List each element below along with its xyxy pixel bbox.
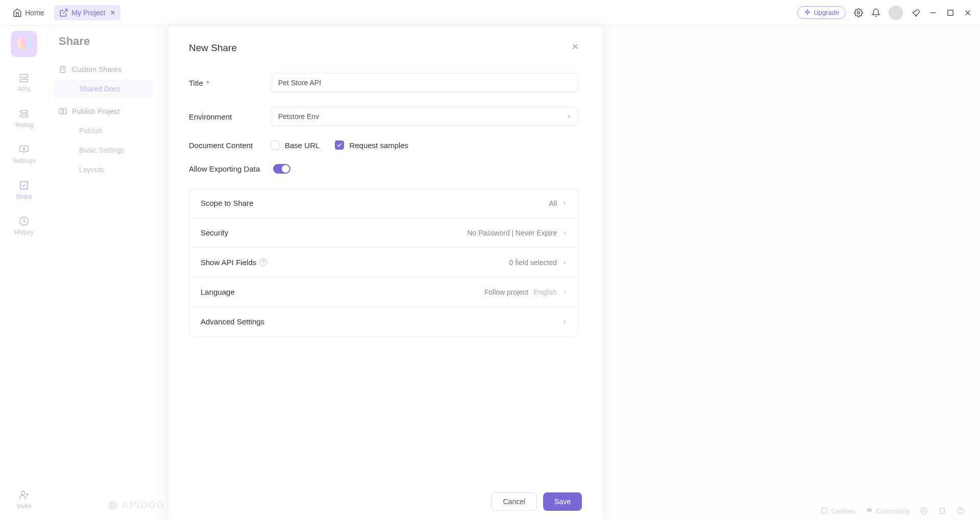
bell-icon[interactable] xyxy=(871,8,880,17)
home-icon xyxy=(13,8,22,17)
chevron-right-icon xyxy=(562,319,567,324)
tab-home-label: Home xyxy=(25,9,44,17)
external-link-icon xyxy=(59,8,68,17)
save-button[interactable]: Save xyxy=(543,492,582,511)
help-icon: ? xyxy=(259,258,267,266)
chevron-right-icon xyxy=(562,290,567,295)
title-input[interactable] xyxy=(271,73,579,92)
allow-export-label: Allow Exporting Data xyxy=(189,164,260,173)
pin-icon[interactable] xyxy=(911,8,920,17)
setting-scope[interactable]: Scope to Share All xyxy=(189,188,578,218)
window-maximize-icon[interactable] xyxy=(946,8,955,17)
environment-label: Environment xyxy=(189,112,260,121)
modal-title: New Share xyxy=(189,42,237,54)
environment-select[interactable]: Petstore Env xyxy=(271,107,579,126)
title-label: Title * xyxy=(189,79,260,87)
avatar[interactable] xyxy=(889,6,903,20)
window-minimize-icon[interactable] xyxy=(928,8,938,17)
base-url-checkbox[interactable]: Base URL xyxy=(271,140,320,150)
setting-security[interactable]: Security No Password | Never Expire xyxy=(189,218,578,248)
close-icon[interactable]: ✕ xyxy=(110,9,115,16)
tab-home[interactable]: Home xyxy=(8,5,49,20)
checkbox-checked-icon xyxy=(335,140,344,150)
setting-language[interactable]: Language Follow project English xyxy=(189,277,578,307)
svg-line-0 xyxy=(63,9,67,13)
tab-label: My Project xyxy=(71,9,105,17)
upgrade-button[interactable]: Upgrade xyxy=(797,6,846,19)
svg-point-1 xyxy=(857,11,860,14)
document-content-label: Document Content xyxy=(189,141,260,150)
request-samples-checkbox[interactable]: Request samples xyxy=(335,140,408,150)
allow-export-toggle[interactable] xyxy=(273,164,290,174)
chevron-right-icon xyxy=(566,114,571,119)
chevron-right-icon xyxy=(562,201,567,206)
setting-advanced[interactable]: Advanced Settings xyxy=(189,307,578,336)
modal-close-button[interactable] xyxy=(569,40,582,56)
tab-my-project[interactable]: My Project ✕ xyxy=(54,5,120,20)
window-close-icon[interactable] xyxy=(963,8,972,17)
close-icon xyxy=(571,42,580,51)
chevron-right-icon xyxy=(562,230,567,235)
settings-gear-icon[interactable] xyxy=(854,8,863,17)
cancel-button[interactable]: Cancel xyxy=(491,492,537,511)
chevron-right-icon xyxy=(562,260,567,265)
sparkle-icon xyxy=(804,9,811,16)
setting-api-fields[interactable]: Show API Fields ? 0 field selected xyxy=(189,248,578,277)
svg-rect-4 xyxy=(948,10,953,15)
new-share-modal: New Share Title * Environment Petstore E… xyxy=(168,26,602,520)
checkbox-icon xyxy=(271,140,280,150)
